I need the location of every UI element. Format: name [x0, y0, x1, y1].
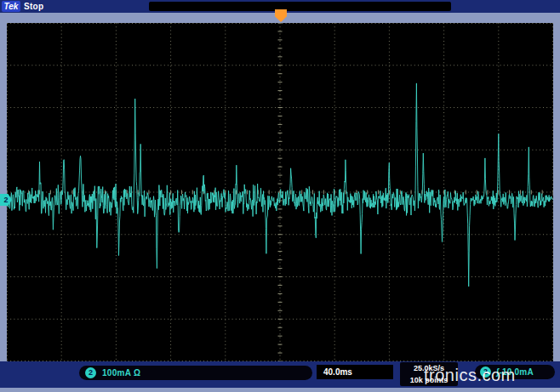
trigger-position-marker-icon [275, 9, 287, 22]
oscilloscope-frame: Tek Stop 2 2 100mA Ω 40.0ms 25.0kS/s 10k… [0, 0, 560, 392]
horizontal-scale-readout: 40.0ms [317, 365, 393, 379]
graticule-and-trace [7, 23, 553, 361]
tek-logo: Tek [2, 1, 20, 12]
menu-readout-bar [149, 2, 451, 11]
scope-display [7, 23, 553, 361]
watermark: tronics.com [424, 366, 516, 385]
channel2-scale: 100mA Ω [102, 367, 140, 378]
acquisition-status: Stop [24, 1, 43, 12]
waveform-trace [7, 83, 553, 287]
channel2-badge: 2 [85, 367, 96, 378]
channel2-readout: 2 100mA Ω [79, 366, 312, 380]
